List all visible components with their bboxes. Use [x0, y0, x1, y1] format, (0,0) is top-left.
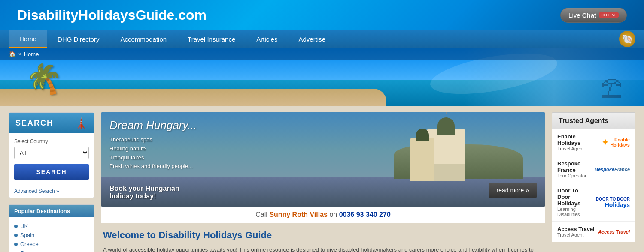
breadcrumb-home-label: Home: [24, 51, 39, 57]
agent-info-bespoke: Bespoke France Tour Operator: [557, 160, 591, 178]
banner-image: ✝ Dream Hungary... Therapeutic spas Heal…: [101, 112, 545, 207]
search-button[interactable]: SEARCH: [14, 164, 89, 180]
agent-logo-enable: ✦ EnableHolidays: [601, 137, 630, 147]
bullet-4: Fresh wines and friendly people...: [109, 162, 197, 171]
agent-logo-d2d: DOOR TO DOORHolidays: [596, 196, 630, 208]
bullet-3: Tranquil lakes: [109, 153, 197, 162]
popular-destinations-header: Popular Destinations: [9, 205, 94, 217]
banner-cta: Book your Hungarian holiday today!: [109, 185, 179, 200]
tower-dome: [416, 129, 429, 141]
search-body: Select Country All SEARCH: [9, 133, 94, 185]
main-nav: Home DHG Directory Accommodation Travel …: [0, 30, 644, 48]
banner-tower: [410, 138, 434, 181]
home-icon: 🏠: [9, 51, 16, 57]
dest-spain-label: Spain: [20, 232, 34, 238]
call-middle: on: [328, 211, 339, 218]
welcome-text: A world of accessible holiday opportunit…: [103, 245, 543, 252]
agent-name-d2d: Door To Door Holidays: [557, 187, 592, 207]
banner-bullets: Therapeutic spas Healing nature Tranquil…: [109, 135, 197, 171]
agent-card-bespoke[interactable]: Bespoke France Tour Operator BespokeFran…: [552, 156, 635, 183]
dest-greece[interactable]: Greece: [14, 240, 89, 249]
left-sidebar: SEARCH 🗼 Select Country All SEARCH Advan…: [9, 112, 94, 252]
agent-card-access[interactable]: Access Travel Travel Agent Access Travel: [552, 222, 635, 242]
agent-type-bespoke: Tour Operator: [557, 173, 591, 178]
banner-cta-line2: holiday today!: [109, 192, 179, 200]
agent-name-bespoke: Bespoke France: [557, 160, 591, 173]
nav-item-advertise[interactable]: Advertise: [288, 30, 336, 48]
live-label: Live: [568, 12, 580, 19]
agent-type-access: Travel Agent: [557, 232, 595, 237]
lighthouse-icon: 🗼: [75, 117, 88, 129]
agent-name-access: Access Travel: [557, 226, 595, 232]
nav-item-dhg-directory[interactable]: DHG Directory: [47, 30, 110, 48]
agent-type-d2d: Learning Disabilities: [557, 207, 592, 217]
agent-logo-access: Access Travel: [598, 229, 630, 234]
search-box: SEARCH 🗼 Select Country All SEARCH Advan…: [9, 112, 94, 198]
country-select[interactable]: All: [14, 147, 89, 159]
agent-info-enable: Enable Holidays Travel Agent: [557, 133, 598, 151]
banner-title: Dream Hungary...: [109, 119, 197, 132]
search-title: SEARCH: [15, 119, 53, 128]
dot-icon: [14, 243, 18, 246]
hero-area: 🌴 ⛱ 🏠 » Home: [0, 48, 644, 106]
church-dome: [437, 117, 455, 135]
logo-prefix: Disability: [17, 7, 78, 23]
nav-item-travel-insurance[interactable]: Travel Insurance: [177, 30, 246, 48]
logo-bold1: Holidays: [78, 7, 135, 23]
bullet-2: Healing nature: [109, 144, 197, 153]
logo-suffix: Guide.com: [136, 7, 207, 23]
dot-icon: [14, 225, 18, 228]
dest-uk[interactable]: UK: [14, 222, 89, 231]
agent-info-access: Access Travel Travel Agent: [557, 226, 595, 237]
agent-card-enable[interactable]: Enable Holidays Travel Agent ✦ EnableHol…: [552, 129, 635, 156]
call-bar: Call Sunny Roth Villas on 0036 93 340 27…: [101, 207, 545, 223]
trusted-agents-header: Trusted Agents: [552, 112, 635, 129]
nav-item-accommodation[interactable]: Accommodation: [110, 30, 178, 48]
banner-cta-line1: Book your Hungarian: [109, 185, 179, 192]
search-header: SEARCH 🗼: [9, 113, 94, 133]
welcome-title: Welcome to Disability Holidays Guide: [103, 230, 543, 241]
nav-item-home[interactable]: Home: [9, 30, 47, 48]
country-label: Select Country: [14, 138, 89, 144]
center-content: ✝ Dream Hungary... Therapeutic spas Heal…: [101, 112, 545, 252]
breadcrumb-separator: »: [18, 51, 21, 57]
dest-spain[interactable]: Spain: [14, 231, 89, 240]
bullet-1: Therapeutic spas: [109, 135, 197, 144]
nav-item-articles[interactable]: Articles: [246, 30, 288, 48]
dest-greece-label: Greece: [20, 241, 39, 247]
dest-uk-label: UK: [20, 223, 28, 229]
main-layout: SEARCH 🗼 Select Country All SEARCH Advan…: [0, 106, 644, 252]
phone-number: 0036 93 340 270: [339, 211, 391, 218]
breadcrumb: 🏠 » Home: [0, 48, 644, 60]
dest-france[interactable]: France: [14, 249, 89, 252]
right-sidebar: Trusted Agents Enable Holidays Travel Ag…: [552, 112, 635, 252]
agent-logo-bespoke: BespokeFrance: [595, 167, 630, 172]
agent-info-d2d: Door To Door Holidays Learning Disabilit…: [557, 187, 592, 217]
company-name: Sunny Roth Villas: [269, 211, 328, 218]
dest-france-label: France: [20, 250, 37, 252]
popular-destinations-section: Popular Destinations UK Spain Greece Fra…: [9, 204, 94, 252]
live-chat-button[interactable]: Live Chat OFFLINE: [560, 8, 627, 23]
agent-type-enable: Travel Agent: [557, 146, 598, 151]
advanced-search-link[interactable]: Advanced Search »: [9, 185, 94, 198]
dot-icon: [14, 234, 18, 237]
popular-destinations-body: UK Spain Greece France: [9, 217, 94, 252]
nav-shell-icon: 🐚: [619, 31, 635, 47]
call-prefix: Call: [255, 211, 269, 218]
read-more-button[interactable]: read more »: [489, 183, 537, 198]
chat-label: Chat: [582, 12, 596, 19]
banner-text-area: Dream Hungary... Therapeutic spas Healin…: [109, 119, 197, 171]
header: DisabilityHolidaysGuide.com Live Chat OF…: [0, 0, 644, 30]
agent-card-d2d[interactable]: Door To Door Holidays Learning Disabilit…: [552, 183, 635, 222]
offline-badge: OFFLINE: [599, 12, 619, 18]
agent-name-enable: Enable Holidays: [557, 133, 598, 146]
site-logo: DisabilityHolidaysGuide.com: [17, 7, 207, 23]
cross-icon: ✝: [444, 112, 449, 115]
welcome-section: Welcome to Disability Holidays Guide A w…: [101, 223, 545, 252]
